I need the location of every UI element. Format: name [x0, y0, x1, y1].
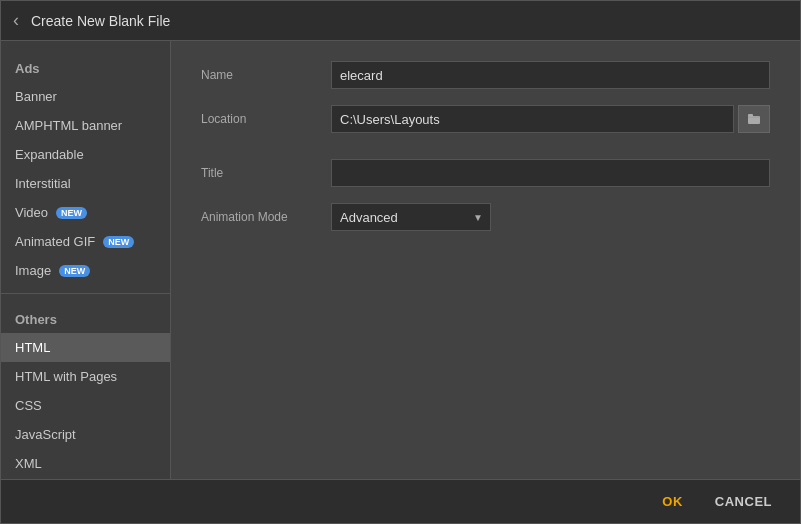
sidebar-item-banner[interactable]: Banner [1, 82, 170, 111]
name-input[interactable] [331, 61, 770, 89]
animation-mode-wrapper: Advanced Simple None ▼ [331, 203, 491, 231]
location-input[interactable] [331, 105, 734, 133]
sidebar-item-html[interactable]: HTML [1, 333, 170, 362]
main-content: Ads Banner AMPHTML banner Expandable Int… [1, 41, 800, 479]
sidebar-item-amphtml-banner[interactable]: AMPHTML banner [1, 111, 170, 140]
sidebar-item-label: JavaScript [15, 427, 76, 442]
sidebar-item-expandable[interactable]: Expandable [1, 140, 170, 169]
sidebar-item-label: XML [15, 456, 42, 471]
section-divider [1, 293, 170, 294]
animation-mode-row: Animation Mode Advanced Simple None ▼ [201, 203, 770, 231]
create-blank-file-dialog: ‹ Create New Blank File Ads Banner AMPHT… [0, 0, 801, 524]
animation-mode-select[interactable]: Advanced Simple None [331, 203, 491, 231]
new-badge: NEW [56, 207, 87, 219]
folder-icon [747, 112, 761, 126]
sidebar-item-xml[interactable]: XML [1, 449, 170, 478]
sidebar-item-label: Animated GIF [15, 234, 95, 249]
sidebar-item-label: CSS [15, 398, 42, 413]
sidebar-item-label: HTML with Pages [15, 369, 117, 384]
sidebar-item-video[interactable]: Video NEW [1, 198, 170, 227]
sidebar-item-html-with-pages[interactable]: HTML with Pages [1, 362, 170, 391]
title-bar: ‹ Create New Blank File [1, 1, 800, 41]
title-row: Title [201, 159, 770, 187]
others-section-header: Others [1, 302, 170, 333]
ads-section-header: Ads [1, 51, 170, 82]
sidebar-item-label: Video [15, 205, 48, 220]
cancel-button[interactable]: CANCEL [703, 488, 784, 515]
browse-button[interactable] [738, 105, 770, 133]
back-button[interactable]: ‹ [13, 10, 19, 31]
ok-button[interactable]: OK [650, 488, 695, 515]
sidebar-item-css[interactable]: CSS [1, 391, 170, 420]
dialog-title: Create New Blank File [31, 13, 170, 29]
title-label: Title [201, 166, 331, 180]
location-row: Location [201, 105, 770, 133]
sidebar-item-label: Interstitial [15, 176, 71, 191]
sidebar-item-image[interactable]: Image NEW [1, 256, 170, 285]
footer: OK CANCEL [1, 479, 800, 523]
sidebar-item-animated-gif[interactable]: Animated GIF NEW [1, 227, 170, 256]
sidebar-item-label: Banner [15, 89, 57, 104]
sidebar-item-label: HTML [15, 340, 50, 355]
new-badge: NEW [59, 265, 90, 277]
name-label: Name [201, 68, 331, 82]
sidebar-item-label: Image [15, 263, 51, 278]
new-badge: NEW [103, 236, 134, 248]
sidebar: Ads Banner AMPHTML banner Expandable Int… [1, 41, 171, 479]
animation-mode-label: Animation Mode [201, 210, 331, 224]
sidebar-item-javascript[interactable]: JavaScript [1, 420, 170, 449]
location-wrapper [331, 105, 770, 133]
title-input[interactable] [331, 159, 770, 187]
form-area: Name Location T [171, 41, 800, 479]
sidebar-item-label: Expandable [15, 147, 84, 162]
sidebar-item-label: AMPHTML banner [15, 118, 122, 133]
svg-rect-1 [748, 114, 753, 117]
name-row: Name [201, 61, 770, 89]
sidebar-item-interstitial[interactable]: Interstitial [1, 169, 170, 198]
location-label: Location [201, 112, 331, 126]
